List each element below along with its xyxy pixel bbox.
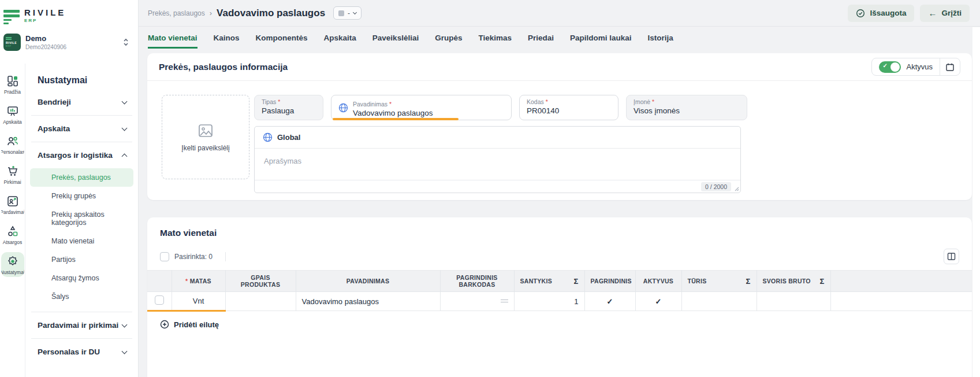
sidebar-sublist: Prekės, paslaugos Prekių grupės Prekių a… xyxy=(30,168,133,312)
saved-button[interactable]: Išsaugota xyxy=(848,5,914,22)
chevron-down-icon xyxy=(122,98,128,104)
sidebar-section-apskaita[interactable]: Apskaita xyxy=(30,116,133,142)
add-row-button[interactable]: Pridėti eilutę xyxy=(160,320,219,329)
col-filler xyxy=(830,271,972,292)
tab-istorija[interactable]: Istorija xyxy=(648,27,673,49)
resize-handle[interactable] xyxy=(734,186,739,191)
rail-item-personalas[interactable]: Personalas xyxy=(1,132,24,157)
kodas-field[interactable]: Kodas * PR00140 xyxy=(519,95,618,120)
people-icon xyxy=(6,135,19,147)
cell-barkodas[interactable] xyxy=(440,292,514,311)
tab-apskaita[interactable]: Apskaita xyxy=(324,27,356,49)
plus-circle-icon xyxy=(160,320,169,329)
tabs: Mato vienetai Kainos Komponentės Apskait… xyxy=(139,27,980,49)
globe-icon xyxy=(263,132,273,142)
person-arrow-icon xyxy=(6,195,19,208)
breadcrumb[interactable]: Prekės, paslaugos xyxy=(148,9,205,17)
tab-grupes[interactable]: Grupės xyxy=(435,27,462,49)
cell-aktyvus[interactable]: ✓ xyxy=(635,292,681,311)
tab-mato-vienetai[interactable]: Mato vienetai xyxy=(148,27,198,49)
rail-item-pardavimai[interactable]: Pardavimai xyxy=(1,192,24,217)
sidebar-item-prekiu-grupes[interactable]: Prekių grupės xyxy=(30,187,133,205)
sidebar-item-partijos[interactable]: Partijos xyxy=(30,250,133,269)
pavadinimas-field[interactable]: Pavadinimas * Vadovavimo paslaugos xyxy=(331,95,512,120)
icon-rail: Pradžia Apskaita Personalas Pirkimai Par… xyxy=(0,64,25,377)
rail-item-atsargos[interactable]: Atsargos xyxy=(1,222,24,247)
col-pagrindinis-barkodas[interactable]: PAGRINDINIS BARKODAS xyxy=(440,271,514,292)
col-svoris-bruto[interactable]: SVORIS BRUTOΣ xyxy=(757,271,830,292)
description-group-title: Global xyxy=(277,133,300,142)
image-upload-dropzone[interactable]: Įkelti paveikslėlį xyxy=(162,95,249,179)
status-square-icon xyxy=(338,10,344,16)
units-card-title: Mato vienetai xyxy=(147,217,972,238)
tab-priedai[interactable]: Priedai xyxy=(528,27,554,49)
col-matas[interactable]: * MATAS xyxy=(172,271,225,292)
back-button[interactable]: ← Grįžti xyxy=(920,5,970,22)
cell-turis[interactable] xyxy=(681,292,757,311)
settings-menu: Nustatymai Bendrieji Apskaita Atsargos i… xyxy=(25,64,138,377)
toggle-on-icon[interactable]: ✓ xyxy=(879,61,901,73)
col-turis[interactable]: TŪRISΣ xyxy=(681,271,757,292)
rail-item-pirkimai[interactable]: Pirkimai xyxy=(1,162,24,187)
tipas-field[interactable]: Tipas * Paslauga xyxy=(254,95,323,120)
sidebar-section-bendrieji[interactable]: Bendrieji xyxy=(30,89,133,115)
workspace-avatar: RIVILEERP xyxy=(3,34,21,51)
row-checkbox-cell xyxy=(147,292,172,311)
sidebar-item-prekiu-apskaitos-kategorijos[interactable]: Prekių apskaitos kategorijos xyxy=(30,205,133,232)
rail-item-nustatymai[interactable]: Nustatymai xyxy=(1,252,24,277)
rail-item-pradzia[interactable]: Pradžia xyxy=(1,72,24,97)
status-dropdown[interactable]: - xyxy=(333,6,362,20)
cell-pavadinimas[interactable]: Vadovavimo paslaugos xyxy=(296,292,440,311)
tab-tiekimas[interactable]: Tiekimas xyxy=(478,27,512,49)
cell-matas[interactable]: Vnt xyxy=(172,292,225,311)
workspace-selector[interactable]: RIVILEERP Demo Demo20240906 xyxy=(2,34,132,51)
tab-paveiksleliai[interactable]: Paveikslėliai xyxy=(372,27,419,49)
rivile-logo-icon xyxy=(3,8,20,24)
check-icon: ✓ xyxy=(607,297,613,306)
calendar-button[interactable] xyxy=(940,58,960,75)
dashboard-icon xyxy=(6,75,19,87)
col-pavadinimas[interactable]: PAVADINIMAS xyxy=(296,271,440,292)
sum-icon[interactable]: Σ xyxy=(819,277,824,286)
tab-papildomi-laukai[interactable]: Papildomi laukai xyxy=(570,27,632,49)
chevron-down-icon xyxy=(122,348,128,354)
workspace-caret-icon[interactable] xyxy=(123,38,129,46)
sidebar-section-atsargos-logistika[interactable]: Atsargos ir logistika xyxy=(30,142,133,168)
chart-board-icon xyxy=(6,105,19,117)
cell-pagrindinis[interactable]: ✓ xyxy=(584,292,635,311)
sidebar-section-pardavimai-pirkimai[interactable]: Pardavimai ir pirkimai xyxy=(30,312,133,338)
col-pagrindinis[interactable]: PAGRINDINIS xyxy=(584,271,635,292)
sidebar-item-mato-vienetai[interactable]: Mato vienetai xyxy=(30,232,133,250)
scrollbar-track[interactable] xyxy=(972,27,980,377)
col-santykis[interactable]: SANTYKISΣ xyxy=(514,271,584,292)
sidebar-item-prekes-paslaugos[interactable]: Prekės, paslaugos xyxy=(30,168,133,187)
drag-handle-icon[interactable] xyxy=(501,298,508,304)
image-icon xyxy=(197,122,214,139)
sidebar-section-personalas-du[interactable]: Personalas ir DU xyxy=(30,339,133,365)
row-checkbox[interactable] xyxy=(155,295,164,305)
sidebar-item-atsargu-zymos[interactable]: Atsargų žymos xyxy=(30,269,133,287)
topbar: Prekės, paslaugos › Vadovavimo paslaugos… xyxy=(139,0,980,27)
tab-kainos[interactable]: Kainos xyxy=(214,27,240,49)
sum-icon[interactable]: Σ xyxy=(573,277,578,286)
imone-field[interactable]: Įmonė * Visos įmonės xyxy=(626,95,747,120)
calendar-icon xyxy=(945,62,955,72)
check-circle-icon xyxy=(856,9,865,18)
tab-komponentes[interactable]: Komponentės xyxy=(256,27,308,49)
header-checkbox-cell xyxy=(147,271,172,292)
col-gpais-produktas[interactable]: GPAIS PRODUKTAS xyxy=(225,271,296,292)
chevron-up-icon xyxy=(122,153,128,159)
active-toggle[interactable]: ✓ Aktyvus xyxy=(872,61,940,73)
cell-santykis[interactable]: 1 xyxy=(514,292,584,311)
select-all-checkbox[interactable] xyxy=(160,252,169,261)
cell-gpais[interactable] xyxy=(225,292,296,311)
cart-icon xyxy=(6,165,19,178)
col-aktyvus[interactable]: AKTYVUS xyxy=(635,271,681,292)
rail-item-apskaita[interactable]: Apskaita xyxy=(1,102,24,127)
column-settings-button[interactable] xyxy=(944,249,959,264)
sum-icon[interactable]: Σ xyxy=(746,277,750,286)
brand-sub: ERP xyxy=(24,19,66,23)
sidebar-item-salys[interactable]: Šalys xyxy=(30,287,133,306)
description-textarea[interactable]: Aprašymas xyxy=(255,149,740,180)
cell-svoris[interactable] xyxy=(757,292,830,311)
